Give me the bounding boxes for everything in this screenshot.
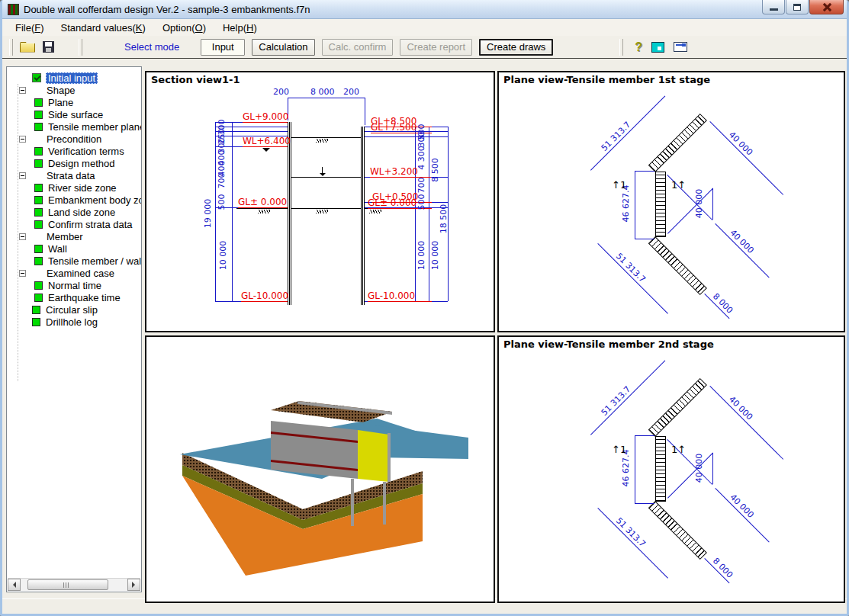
tree-item-label[interactable]: Plane [48, 97, 73, 108]
section-mark: 1↑ [671, 444, 686, 455]
menu-text: Help( [223, 22, 246, 34]
tree-item-label[interactable]: Precondition [47, 133, 101, 145]
create-report-button[interactable]: Create report [400, 39, 472, 56]
dim-line [635, 171, 654, 172]
tree-item-side-surface[interactable]: Side surface [11, 108, 141, 120]
calc-confirm-button[interactable]: Calc. confirm [322, 39, 394, 56]
toolbar-grip[interactable] [619, 39, 623, 56]
tree-item-shape[interactable]: Shape [11, 84, 141, 96]
dim-label: 8 000 [310, 88, 335, 96]
calculation-button[interactable]: Calculation [252, 39, 314, 56]
tree-item-label[interactable]: Examined case [47, 268, 114, 279]
tree-item-label[interactable]: Tensile member plane la [48, 121, 142, 133]
dim-line [288, 98, 365, 98]
dim-label: 10 000 [219, 241, 227, 271]
open-file-icon[interactable] [20, 42, 35, 53]
tree-item-label[interactable]: Side surface [48, 109, 103, 120]
tree-item-label[interactable]: Member [47, 231, 83, 242]
scroll-left-button[interactable] [8, 579, 21, 591]
collapse-icon[interactable] [19, 233, 26, 240]
three-d-drawing [146, 337, 494, 602]
create-draws-button[interactable]: Create draws [479, 39, 553, 56]
tree-item-label[interactable]: Normal time [48, 280, 101, 291]
dim-label: 10 000 [417, 241, 426, 271]
dim-line: 40 000 [709, 386, 783, 460]
tree-item-earthquake-time[interactable]: Earthquake time [11, 291, 141, 303]
tree-item-examined-case[interactable]: Examined case [11, 267, 141, 279]
dim-label: 500 [217, 194, 226, 210]
menu-help[interactable]: Help(H) [216, 21, 264, 35]
section-mark: ↑1 [612, 444, 626, 455]
input-button[interactable]: Input [201, 39, 245, 56]
window-layout-icon[interactable] [651, 42, 664, 53]
dim-label: 10 000 [431, 241, 439, 271]
green-square-icon [34, 220, 43, 229]
tree-item-confirm-strata-data[interactable]: Confirm strata data [11, 218, 141, 230]
collapse-icon[interactable] [19, 172, 26, 179]
dim-label: 200 [273, 88, 289, 96]
tree-item-label[interactable]: Design method [48, 158, 114, 169]
menu-option[interactable]: Option(O) [156, 21, 213, 35]
tree-item-label[interactable]: Verification terms [48, 146, 124, 157]
toolbar-grip[interactable] [9, 39, 13, 56]
level-underline [243, 122, 288, 123]
tree-item-label[interactable]: Wall [48, 243, 67, 255]
level-label: GL± 0.000 [368, 198, 416, 207]
maximize-button[interactable] [786, 0, 809, 14]
close-button[interactable] [809, 0, 844, 14]
tree-item-circular-slip[interactable]: Circular slip [11, 303, 141, 316]
tree-item-land-side-zone[interactable]: Land side zone [11, 206, 141, 218]
tree-item-label[interactable]: Earthquake time [48, 292, 121, 303]
tree-item-label[interactable]: Confirm strata data [48, 219, 133, 230]
tree-item-label[interactable]: Tensile member / waling [48, 255, 142, 267]
tree-item-drillhole-log[interactable]: Drillhole log [11, 316, 141, 328]
green-square-icon [34, 196, 43, 204]
tree-item-initial-input[interactable]: Initial input [11, 72, 141, 84]
toolbar-grip[interactable] [79, 39, 82, 56]
title-bar[interactable]: Double wall cofferdam design Ver.2 - sam… [2, 0, 847, 19]
tree-item-normal-time[interactable]: Normal time [11, 279, 141, 291]
tree-item-precondition[interactable]: Precondition [11, 133, 141, 145]
toolbar: Select mode Input Calculation Calc. conf… [2, 36, 847, 59]
menu-standard-values[interactable]: Standard values(K) [54, 21, 153, 35]
tensile-member-band [655, 436, 666, 502]
tree-item-river-side-zone[interactable]: River side zone [11, 181, 141, 194]
tree-item-plane[interactable]: Plane [11, 96, 141, 108]
tree-item-design-method[interactable]: Design method [11, 157, 141, 169]
tree-item-label[interactable]: Embankment body zone [48, 194, 142, 206]
dim-label: 51 313.7 [600, 384, 633, 418]
hatch-mark [369, 210, 381, 213]
tree-item-verification-terms[interactable]: Verification terms [11, 145, 141, 157]
tree-horizontal-scrollbar[interactable] [8, 578, 140, 591]
scrollbar-thumb[interactable] [27, 579, 108, 590]
tree-item-label[interactable]: Strata data [47, 170, 95, 181]
checkbox-checked-icon[interactable] [32, 73, 41, 82]
green-square-icon [34, 281, 43, 290]
minimize-button[interactable] [762, 0, 785, 14]
save-file-icon[interactable] [43, 41, 54, 53]
help-icon[interactable]: ? [635, 40, 642, 54]
hatch-mark [316, 139, 328, 143]
tree-item-label[interactable]: Land side zone [48, 207, 115, 218]
collapse-icon[interactable] [19, 136, 26, 143]
tree-item-label[interactable]: Initial input [46, 72, 98, 84]
tree-item-strata-data[interactable]: Strata data [11, 169, 141, 181]
tree-item-label[interactable]: Shape [47, 85, 76, 96]
tree-item-label[interactable]: River side zone [48, 182, 117, 194]
hatch-mark [258, 210, 270, 213]
tree-item-member[interactable]: Member [11, 230, 141, 242]
scroll-right-button[interactable] [127, 579, 140, 591]
tree-item-tensile-member-waling[interactable]: Tensile member / waling [11, 255, 141, 267]
tree-item-label[interactable]: Circular slip [46, 304, 98, 316]
form-view-icon[interactable] [674, 42, 687, 52]
collapse-icon[interactable] [19, 87, 26, 94]
tree-item-wall[interactable]: Wall [11, 242, 141, 255]
tree-item-embankment-body-zone[interactable]: Embankment body zone [11, 194, 141, 206]
collapse-icon[interactable] [19, 270, 26, 277]
tree-item-tensile-member-plane[interactable]: Tensile member plane la [11, 120, 141, 133]
menu-file[interactable]: File(F) [8, 21, 51, 35]
green-square-icon [34, 294, 43, 302]
tensile-member-band [648, 378, 707, 437]
tree-item-label[interactable]: Drillhole log [46, 316, 98, 328]
dim-line: 40 000 [715, 223, 769, 278]
